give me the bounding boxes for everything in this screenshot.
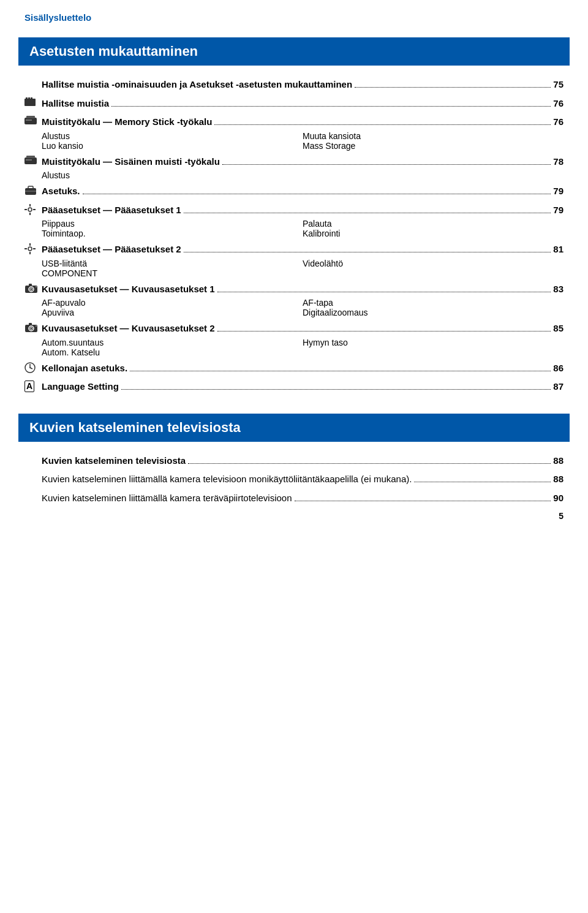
sub-col-right-p1: Palauta Kalibrointi <box>303 218 564 239</box>
entry-text-memorystick: Muistityökalu — Memory Stick -työkalu 76 <box>42 115 564 129</box>
page-number: 5 <box>559 511 564 521</box>
sub-col-left-k2: Autom.suuntaus Autom. Katselu <box>42 337 303 358</box>
icon-camera-1 <box>24 282 42 293</box>
icon-language-A: A <box>24 380 42 392</box>
page-num-tv2: 88 <box>553 472 564 487</box>
dots-kuvas2 <box>217 331 551 331</box>
dots-intro <box>355 87 551 88</box>
toc-entry-asetuks: Asetuks. 79 <box>24 183 564 200</box>
dots-sisainen <box>222 164 551 165</box>
toc-block-language: A Language Setting 87 <box>24 379 564 395</box>
entry-text-asetuks: Asetuks. 79 <box>42 184 564 199</box>
page-num-kello: 86 <box>553 362 564 376</box>
entry-label-paas2: Pääasetukset — Pääasetukset 2 <box>42 243 181 257</box>
sub-left-k1-2: Apuviiva <box>42 308 74 317</box>
page-num-tv3: 90 <box>553 491 564 506</box>
sub-right-k1-1: AF-tapa <box>303 298 333 308</box>
entry-label-memorystick: Muistityökalu — Memory Stick -työkalu <box>42 115 212 129</box>
sub-col-right-k1: AF-tapa Digitaalizoomaus <box>303 297 564 318</box>
entry-text-tv2: Kuvien katseleminen liittämällä kamera t… <box>42 472 564 487</box>
sub-left-k2-1: Autom.suuntaus <box>42 338 104 347</box>
top-link[interactable]: Sisällysluettelo <box>24 12 564 23</box>
icon-memory-card <box>24 97 42 106</box>
sub-left-k2-2: Autom. Katselu <box>42 347 100 357</box>
dots-paas1 <box>184 213 551 213</box>
entry-label-intro: Hallitse muistia -ominaisuuden ja Asetuk… <box>42 78 352 92</box>
toc-block-asetuks: Asetuks. 79 <box>24 183 564 200</box>
toc-entry-kuvas1: Kuvausasetukset — Kuvausasetukset 1 83 <box>24 281 564 298</box>
dots-paas2 <box>184 252 551 252</box>
svg-rect-6 <box>26 119 32 121</box>
toc-block-paas1: Pääasetukset — Pääasetukset 1 79 Piippau… <box>24 202 564 240</box>
toc-entry-sisainen: Muistityökalu — Sisäinen muisti -työkalu… <box>24 154 564 170</box>
toc-block-tv2: Kuvien katseleminen liittämällä kamera t… <box>24 471 564 488</box>
entry-text-kuvas1: Kuvausasetukset — Kuvausasetukset 1 83 <box>42 282 564 297</box>
dots-memorystick <box>214 124 551 125</box>
toc-entry-tv2: Kuvien katseleminen liittämällä kamera t… <box>24 471 564 488</box>
sub-col-left-k1: AF-apuvalo Apuviiva <box>42 297 303 318</box>
entry-text-halliste: Hallitse muistia 76 <box>42 97 564 111</box>
dots-tv1 <box>188 463 551 464</box>
entry-text-paas1: Pääasetukset — Pääasetukset 1 79 <box>42 203 564 218</box>
sub-right-ms1-2: Mass Storage <box>303 141 355 151</box>
toc-entry-tv3: Kuvien katseleminen liittämällä kamera t… <box>24 490 564 507</box>
toc-entry-halliste: Hallitse muistia 76 <box>24 96 564 112</box>
sub-entries-kuvas1: AF-apuvalo Apuviiva AF-tapa Digitaalizoo… <box>42 297 564 318</box>
icon-none-tv2 <box>24 472 42 473</box>
page-container: Sisällysluettelo Asetusten mukauttaminen… <box>0 0 588 533</box>
sub-entries-sisainen: Alustus <box>42 170 564 181</box>
dots-tv3 <box>295 501 551 501</box>
toc-block-tv1: Kuvien katseleminen televisiosta 88 <box>24 453 564 469</box>
page-num-paas2: 81 <box>553 243 564 257</box>
entry-text-kello: Kellonajan asetuks. 86 <box>42 362 564 376</box>
svg-rect-9 <box>26 159 32 161</box>
svg-rect-11 <box>28 186 33 189</box>
sub-entries-paas1: Piippaus Toimintaop. Palauta Kalibrointi <box>42 218 564 239</box>
entry-text-kuvas2: Kuvausasetukset — Kuvausasetukset 2 85 <box>42 322 564 336</box>
entry-label-kello: Kellonajan asetuks. <box>42 362 127 376</box>
toc-block-paas2: Pääasetukset — Pääasetukset 2 81 USB-lii… <box>24 241 564 279</box>
svg-rect-7 <box>24 157 37 164</box>
entry-label-asetuks: Asetuks. <box>42 184 80 199</box>
section-header-2: Kuvien katseleminen televisiosta <box>18 414 570 442</box>
sub-right-k1-2: Digitaalizoomaus <box>303 308 368 317</box>
section-header-1: Asetusten mukauttaminen <box>18 37 570 66</box>
toc-block-intro: Hallitse muistia -ominaisuuden ja Asetuk… <box>24 77 564 93</box>
toc-entry-tv1: Kuvien katseleminen televisiosta 88 <box>24 453 564 469</box>
svg-rect-1 <box>26 97 28 99</box>
icon-clock <box>24 362 42 373</box>
icon-none-tv3 <box>24 491 42 492</box>
icon-settings-1 <box>24 203 42 215</box>
sub-col-left-ms1: Alustus Luo kansio <box>42 131 303 151</box>
svg-point-27 <box>36 286 37 287</box>
toc-block-halliste: Hallitse muistia 76 <box>24 96 564 112</box>
svg-rect-31 <box>29 323 32 325</box>
sub-right-p1-2: Kalibrointi <box>303 229 340 238</box>
dots-asetuks <box>83 194 551 194</box>
svg-point-13 <box>28 208 32 211</box>
entry-label-language: Language Setting <box>42 380 119 394</box>
entry-label-kuvas1: Kuvausasetukset — Kuvausasetukset 1 <box>42 282 215 297</box>
page-num-sisainen: 78 <box>553 155 564 169</box>
dots-kello <box>130 371 551 371</box>
page-num-kuvas1: 83 <box>553 282 564 297</box>
sub-col-right-sis <box>303 170 564 181</box>
entry-text-tv3: Kuvien katseleminen liittämällä kamera t… <box>42 491 564 506</box>
svg-rect-3 <box>31 97 32 99</box>
svg-point-18 <box>28 247 32 251</box>
icon-settings-2 <box>24 243 42 254</box>
icon-camera-2 <box>24 322 42 332</box>
svg-point-32 <box>36 325 37 327</box>
entry-label-tv2: Kuvien katseleminen liittämällä kamera t… <box>42 472 412 487</box>
entry-text-tv1: Kuvien katseleminen televisiosta 88 <box>42 454 564 468</box>
toc-entry-paas1: Pääasetukset — Pääasetukset 1 79 <box>24 202 564 219</box>
entry-label-paas1: Pääasetukset — Pääasetukset 1 <box>42 203 181 218</box>
entry-text-paas2: Pääasetukset — Pääasetukset 2 81 <box>42 243 564 257</box>
entry-text-language: Language Setting 87 <box>42 380 564 394</box>
sub-left-ms1-2: Luo kansio <box>42 141 83 151</box>
entry-label-sisainen: Muistityökalu — Sisäinen muisti -työkalu <box>42 155 220 169</box>
icon-none-0 <box>24 78 42 78</box>
sub-entries-kuvas2: Autom.suuntaus Autom. Katselu Hymyn taso <box>42 337 564 358</box>
sub-entries-memorystick: Alustus Luo kansio Muuta kansiota Mass S… <box>42 131 564 151</box>
sub-left-p2-2: COMPONENT <box>42 268 97 278</box>
